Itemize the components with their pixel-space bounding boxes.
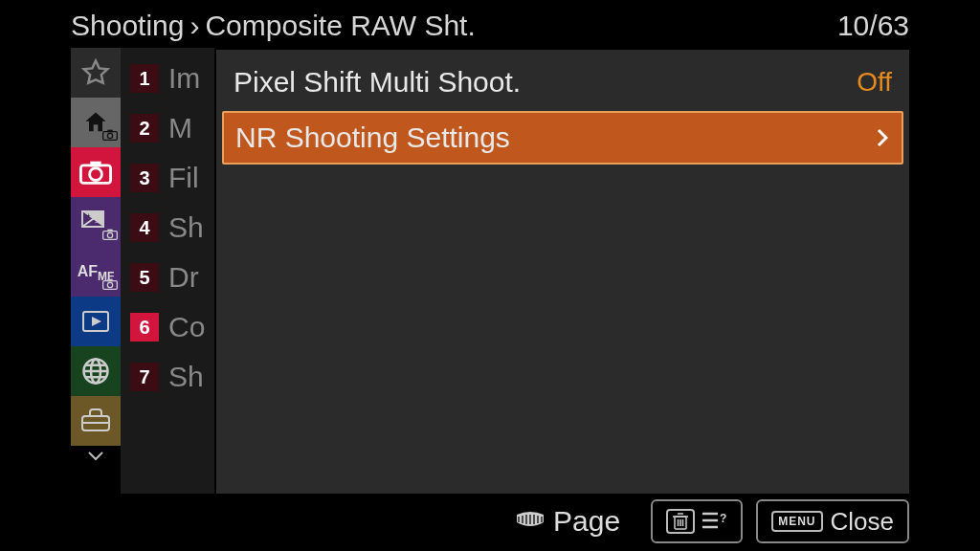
subcategory-label: Fil [168, 162, 199, 194]
subcategory-item[interactable]: 2 M [121, 103, 214, 153]
chevron-right-icon: › [189, 10, 199, 42]
subcategory-item[interactable]: 3 Fil [121, 153, 214, 203]
category-rail: + − AFMF [71, 48, 121, 494]
option-label: NR Shooting Settings [235, 121, 510, 154]
subcategory-label: Dr [168, 261, 199, 294]
subcategory-label: Im [168, 62, 200, 95]
subcategory-label: Sh [168, 361, 204, 393]
page-counter: 10/63 [837, 10, 909, 42]
rail-exposure[interactable]: + − [71, 197, 121, 247]
rail-network[interactable] [71, 346, 121, 396]
dial-icon [513, 511, 547, 532]
subcategory-item[interactable]: 1 Im [121, 54, 214, 103]
chevron-down-icon [87, 451, 104, 462]
rail-setup[interactable] [71, 396, 121, 446]
subcategory-label: M [168, 112, 192, 144]
chevron-right-icon [877, 121, 888, 154]
page-label: Page [553, 505, 620, 538]
svg-point-10 [107, 232, 112, 237]
help-button[interactable]: ? [651, 499, 743, 543]
footer-bar: Page ? MENU Close [71, 497, 909, 545]
subcategory-number: 6 [130, 313, 159, 342]
svg-point-13 [107, 282, 112, 287]
subcategory-number: 4 [130, 213, 159, 242]
svg-text:?: ? [720, 512, 726, 525]
rail-focus[interactable]: AFMF [71, 247, 121, 297]
subcategory-label: Co [168, 311, 205, 343]
option-nr-shooting-settings[interactable]: NR Shooting Settings [222, 111, 903, 165]
subcategory-number: 1 [130, 64, 159, 93]
close-button[interactable]: MENU Close [756, 499, 909, 543]
rail-shooting[interactable] [71, 147, 121, 197]
breadcrumb-leaf: Composite RAW Sht. [205, 10, 475, 42]
subcategory-number: 7 [130, 363, 159, 391]
toolbox-icon [80, 408, 111, 433]
svg-rect-2 [107, 130, 112, 133]
svg-point-4 [90, 168, 102, 181]
camera-badge-icon [102, 127, 118, 144]
globe-icon [81, 357, 110, 386]
subcategory-list: 1 Im 2 M 3 Fil 4 Sh 5 Dr 6 Co [121, 48, 216, 494]
star-icon [81, 58, 110, 87]
subcategory-item[interactable]: 4 Sh [121, 203, 214, 253]
option-value: Off [857, 67, 892, 98]
help-list-icon: ? [702, 507, 727, 537]
subcategory-item[interactable]: 7 Sh [121, 352, 214, 402]
option-pixel-shift[interactable]: Pixel Shift Multi Shoot. Off [216, 55, 909, 109]
camera-badge-icon [102, 276, 118, 294]
svg-text:−: − [95, 218, 100, 227]
subcategory-number: 3 [130, 164, 159, 192]
breadcrumb-bar: Shooting › Composite RAW Sht. 10/63 [71, 8, 909, 44]
svg-point-1 [107, 133, 112, 138]
play-icon [81, 310, 110, 333]
option-label: Pixel Shift Multi Shoot. [234, 66, 521, 99]
options-panel: Pixel Shift Multi Shoot. Off NR Shooting… [216, 48, 909, 494]
rail-playback[interactable] [71, 297, 121, 346]
svg-rect-5 [90, 162, 100, 167]
camera-icon [79, 160, 112, 185]
camera-badge-icon [102, 227, 118, 244]
rail-more-down[interactable] [71, 446, 121, 467]
subcategory-item[interactable]: 5 Dr [121, 253, 214, 302]
subcategory-item[interactable]: 6 Co [121, 302, 214, 352]
svg-text:+: + [86, 211, 91, 220]
subcategory-number: 5 [130, 263, 159, 292]
rail-favorites[interactable] [71, 48, 121, 98]
menu-icon: MENU [771, 511, 822, 532]
page-scroll-hint: Page [513, 505, 620, 538]
breadcrumb-root: Shooting [71, 10, 184, 42]
svg-rect-11 [107, 230, 112, 232]
subcategory-number: 2 [130, 114, 159, 143]
close-label: Close [831, 507, 894, 537]
subcategory-label: Sh [168, 211, 204, 244]
rail-main[interactable] [71, 98, 121, 147]
trash-icon [666, 509, 695, 534]
svg-rect-14 [107, 279, 112, 282]
